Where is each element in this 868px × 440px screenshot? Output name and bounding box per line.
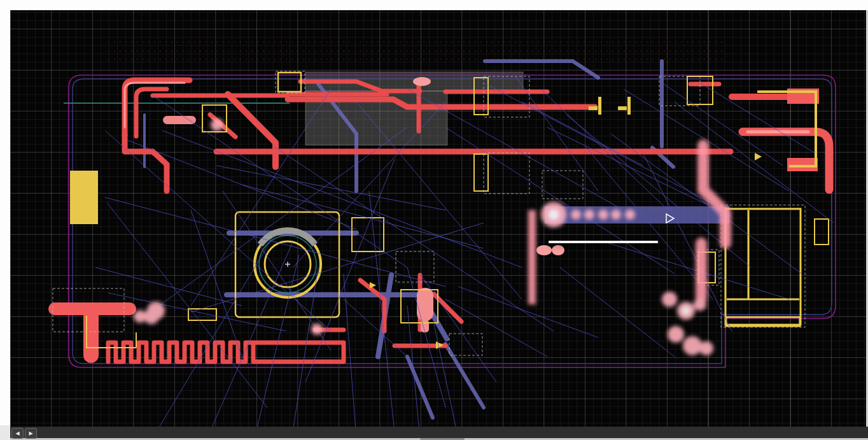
pcb-editor-window: { "app": {"type": "pcb-layout-editor"}, … bbox=[0, 0, 868, 440]
layer-tab-bar bbox=[0, 427, 868, 438]
drc-dot-rows bbox=[108, 42, 725, 59]
ruler-horizontal bbox=[10, 0, 868, 10]
pcb-board-canvas[interactable] bbox=[0, 0, 868, 440]
ratsnest-lines bbox=[95, 76, 834, 438]
teal-traces bbox=[64, 103, 316, 293]
ruler-vertical bbox=[0, 10, 10, 425]
ruler-corner bbox=[0, 0, 10, 10]
tab-scroll-left-button[interactable]: ◀ bbox=[11, 428, 24, 439]
context-menu bbox=[549, 241, 658, 243]
tab-scroll-arrows: ◀ ▶ bbox=[11, 428, 37, 437]
bottom-left-corner bbox=[0, 425, 10, 440]
tab-scroll-right-button[interactable]: ▶ bbox=[25, 428, 37, 439]
